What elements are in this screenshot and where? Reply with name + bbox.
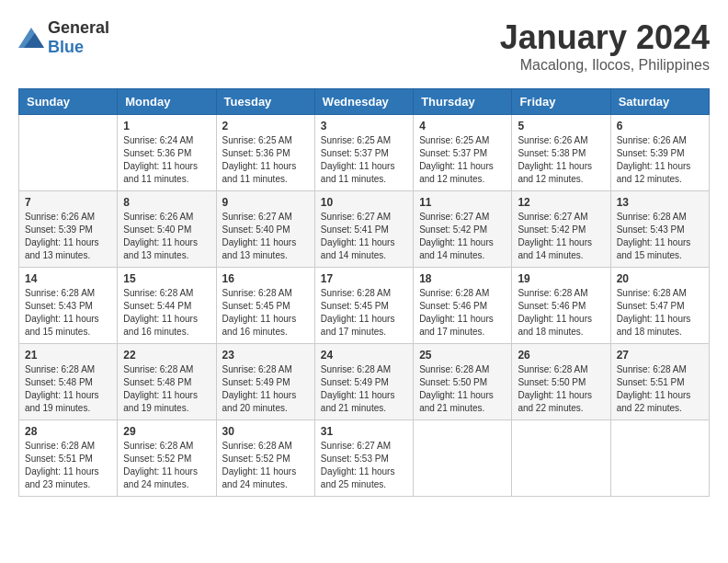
day-of-week-header: Friday	[512, 89, 610, 115]
calendar-day-cell: 23Sunrise: 6:28 AM Sunset: 5:49 PM Dayli…	[216, 344, 314, 420]
calendar-day-cell: 14Sunrise: 6:28 AM Sunset: 5:43 PM Dayli…	[19, 268, 118, 344]
calendar-day-cell: 2Sunrise: 6:25 AM Sunset: 5:36 PM Daylig…	[216, 115, 314, 191]
calendar-day-cell: 8Sunrise: 6:26 AM Sunset: 5:40 PM Daylig…	[118, 191, 216, 268]
day-info: Sunrise: 6:28 AM Sunset: 5:45 PM Dayligh…	[222, 287, 309, 339]
day-of-week-header: Monday	[118, 89, 216, 115]
day-info: Sunrise: 6:26 AM Sunset: 5:39 PM Dayligh…	[25, 211, 111, 262]
calendar-day-cell: 9Sunrise: 6:27 AM Sunset: 5:40 PM Daylig…	[216, 191, 314, 268]
calendar-day-cell: 31Sunrise: 6:27 AM Sunset: 5:53 PM Dayli…	[314, 420, 413, 497]
calendar-table: SundayMondayTuesdayWednesdayThursdayFrid…	[18, 88, 710, 497]
calendar-day-cell: 4Sunrise: 6:25 AM Sunset: 5:37 PM Daylig…	[414, 115, 512, 191]
day-info: Sunrise: 6:28 AM Sunset: 5:46 PM Dayligh…	[419, 287, 506, 339]
calendar-day-cell: 13Sunrise: 6:28 AM Sunset: 5:43 PM Dayli…	[610, 191, 709, 268]
calendar-day-cell: 16Sunrise: 6:28 AM Sunset: 5:45 PM Dayli…	[216, 268, 314, 344]
day-number: 28	[25, 425, 111, 438]
day-info: Sunrise: 6:25 AM Sunset: 5:37 PM Dayligh…	[321, 134, 407, 186]
calendar-day-cell: 6Sunrise: 6:26 AM Sunset: 5:39 PM Daylig…	[610, 115, 709, 191]
day-info: Sunrise: 6:27 AM Sunset: 5:42 PM Dayligh…	[419, 211, 506, 262]
day-number: 20	[617, 272, 703, 285]
calendar-day-cell: 11Sunrise: 6:27 AM Sunset: 5:42 PM Dayli…	[414, 191, 512, 268]
day-info: Sunrise: 6:28 AM Sunset: 5:47 PM Dayligh…	[617, 287, 703, 339]
day-number: 4	[419, 120, 506, 132]
day-number: 25	[419, 349, 506, 362]
calendar-day-cell	[610, 420, 709, 497]
day-number: 17	[321, 272, 407, 285]
calendar-day-cell: 29Sunrise: 6:28 AM Sunset: 5:52 PM Dayli…	[118, 420, 216, 497]
calendar-week-row: 7Sunrise: 6:26 AM Sunset: 5:39 PM Daylig…	[19, 191, 710, 268]
day-number: 26	[518, 349, 604, 362]
day-number: 15	[123, 272, 210, 285]
day-number: 7	[25, 196, 111, 209]
calendar-day-cell: 24Sunrise: 6:28 AM Sunset: 5:49 PM Dayli…	[314, 344, 413, 420]
day-number: 22	[123, 349, 210, 362]
calendar-week-row: 21Sunrise: 6:28 AM Sunset: 5:48 PM Dayli…	[19, 344, 710, 420]
day-info: Sunrise: 6:26 AM Sunset: 5:40 PM Dayligh…	[123, 211, 210, 262]
header: General Blue January 2024 Macalong, Iloc…	[18, 18, 710, 74]
logo-general: General	[48, 18, 109, 37]
calendar-day-cell	[19, 115, 118, 191]
day-number: 5	[518, 120, 604, 132]
day-number: 1	[123, 120, 210, 132]
day-number: 31	[321, 425, 407, 438]
day-info: Sunrise: 6:28 AM Sunset: 5:44 PM Dayligh…	[123, 287, 210, 339]
day-number: 9	[222, 196, 309, 209]
day-of-week-header: Sunday	[19, 89, 118, 115]
day-number: 27	[617, 349, 703, 362]
day-info: Sunrise: 6:26 AM Sunset: 5:38 PM Dayligh…	[518, 134, 604, 186]
day-info: Sunrise: 6:28 AM Sunset: 5:48 PM Dayligh…	[25, 363, 111, 415]
day-of-week-header: Tuesday	[216, 89, 314, 115]
day-of-week-header: Saturday	[610, 89, 709, 115]
day-number: 12	[518, 196, 604, 209]
day-info: Sunrise: 6:28 AM Sunset: 5:52 PM Dayligh…	[123, 440, 210, 491]
day-number: 30	[222, 425, 309, 438]
day-info: Sunrise: 6:27 AM Sunset: 5:53 PM Dayligh…	[321, 440, 407, 491]
day-number: 11	[419, 196, 506, 209]
day-number: 3	[321, 120, 407, 132]
calendar-header-row: SundayMondayTuesdayWednesdayThursdayFrid…	[19, 89, 710, 115]
day-number: 24	[321, 349, 407, 362]
day-info: Sunrise: 6:28 AM Sunset: 5:48 PM Dayligh…	[123, 363, 210, 415]
day-number: 14	[25, 272, 111, 285]
day-number: 19	[518, 272, 604, 285]
logo-blue: Blue	[48, 38, 84, 56]
day-info: Sunrise: 6:28 AM Sunset: 5:52 PM Dayligh…	[222, 440, 309, 491]
day-info: Sunrise: 6:27 AM Sunset: 5:40 PM Dayligh…	[222, 211, 309, 262]
day-info: Sunrise: 6:27 AM Sunset: 5:41 PM Dayligh…	[321, 211, 407, 262]
logo: General Blue	[18, 18, 109, 57]
day-info: Sunrise: 6:28 AM Sunset: 5:43 PM Dayligh…	[617, 211, 703, 262]
day-info: Sunrise: 6:28 AM Sunset: 5:45 PM Dayligh…	[321, 287, 407, 339]
day-info: Sunrise: 6:28 AM Sunset: 5:51 PM Dayligh…	[617, 363, 703, 415]
month-title: January 2024	[500, 18, 710, 57]
day-number: 29	[123, 425, 210, 438]
calendar-day-cell: 22Sunrise: 6:28 AM Sunset: 5:48 PM Dayli…	[118, 344, 216, 420]
day-number: 21	[25, 349, 111, 362]
calendar-day-cell: 27Sunrise: 6:28 AM Sunset: 5:51 PM Dayli…	[610, 344, 709, 420]
day-number: 13	[617, 196, 703, 209]
day-info: Sunrise: 6:28 AM Sunset: 5:49 PM Dayligh…	[222, 363, 309, 415]
calendar-day-cell: 15Sunrise: 6:28 AM Sunset: 5:44 PM Dayli…	[118, 268, 216, 344]
day-info: Sunrise: 6:27 AM Sunset: 5:42 PM Dayligh…	[518, 211, 604, 262]
day-number: 8	[123, 196, 210, 209]
day-number: 6	[617, 120, 703, 132]
day-number: 16	[222, 272, 309, 285]
calendar-day-cell: 26Sunrise: 6:28 AM Sunset: 5:50 PM Dayli…	[512, 344, 610, 420]
day-info: Sunrise: 6:25 AM Sunset: 5:36 PM Dayligh…	[222, 134, 309, 186]
calendar-day-cell: 7Sunrise: 6:26 AM Sunset: 5:39 PM Daylig…	[19, 191, 118, 268]
day-number: 10	[321, 196, 407, 209]
day-of-week-header: Thursday	[414, 89, 512, 115]
calendar-day-cell: 25Sunrise: 6:28 AM Sunset: 5:50 PM Dayli…	[414, 344, 512, 420]
calendar-day-cell: 18Sunrise: 6:28 AM Sunset: 5:46 PM Dayli…	[414, 268, 512, 344]
calendar-week-row: 1Sunrise: 6:24 AM Sunset: 5:36 PM Daylig…	[19, 115, 710, 191]
day-info: Sunrise: 6:28 AM Sunset: 5:49 PM Dayligh…	[321, 363, 407, 415]
calendar-week-row: 28Sunrise: 6:28 AM Sunset: 5:51 PM Dayli…	[19, 420, 710, 497]
calendar-day-cell: 1Sunrise: 6:24 AM Sunset: 5:36 PM Daylig…	[118, 115, 216, 191]
calendar-day-cell: 3Sunrise: 6:25 AM Sunset: 5:37 PM Daylig…	[314, 115, 413, 191]
calendar-day-cell	[512, 420, 610, 497]
calendar-day-cell: 21Sunrise: 6:28 AM Sunset: 5:48 PM Dayli…	[19, 344, 118, 420]
logo-icon	[18, 28, 44, 48]
day-info: Sunrise: 6:28 AM Sunset: 5:46 PM Dayligh…	[518, 287, 604, 339]
day-info: Sunrise: 6:25 AM Sunset: 5:37 PM Dayligh…	[419, 134, 506, 186]
calendar-day-cell: 30Sunrise: 6:28 AM Sunset: 5:52 PM Dayli…	[216, 420, 314, 497]
day-info: Sunrise: 6:28 AM Sunset: 5:50 PM Dayligh…	[419, 363, 506, 415]
calendar-day-cell: 20Sunrise: 6:28 AM Sunset: 5:47 PM Dayli…	[610, 268, 709, 344]
